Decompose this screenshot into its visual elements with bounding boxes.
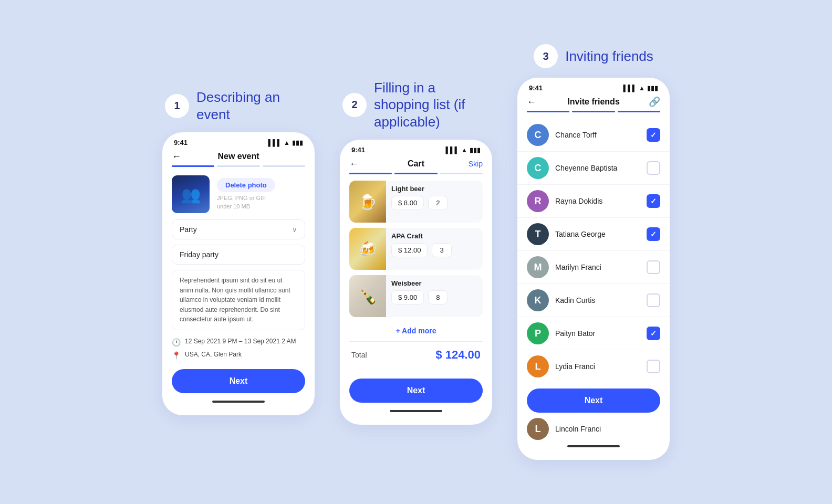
- cart-item-0: 🍺 Light beer $ 8.00 2: [349, 181, 483, 223]
- friend-name-3: Tatiana George: [555, 230, 640, 238]
- location-icon: 📍: [172, 351, 181, 360]
- event-name-field[interactable]: Friday party: [172, 245, 305, 265]
- progress-seg-1: [172, 165, 214, 167]
- back-button-2[interactable]: ←: [349, 159, 359, 170]
- friend-name-5: Kadin Curtis: [555, 296, 640, 304]
- friend-name-0: Chance Torff: [555, 131, 640, 139]
- cart-item-img-0: 🍺: [349, 181, 386, 223]
- next-button-1[interactable]: Next: [172, 369, 305, 393]
- friend-checkbox-2[interactable]: [647, 194, 660, 208]
- link-icon[interactable]: 🔗: [649, 96, 660, 108]
- add-more-button[interactable]: + Add more: [340, 322, 492, 339]
- cart-item-img-1: 🍻: [349, 228, 386, 270]
- step-2-title: Filling in a shopping list (if applicabl…: [374, 79, 490, 131]
- signal-icon: ▌▌▌: [268, 139, 282, 146]
- wifi-icon-3: ▲: [639, 85, 645, 92]
- cart-item-price-row-1: $ 12.00 3: [391, 243, 477, 257]
- date-value: 12 Sep 2021 9 PM – 13 Sep 2021 2 AM: [185, 338, 296, 345]
- nav-bar-3: ← Invite friends 🔗: [517, 95, 670, 111]
- step-2-header: 2 Filling in a shopping list (if applica…: [342, 79, 490, 131]
- chevron-down-icon: ∨: [292, 226, 297, 234]
- next-button-3[interactable]: Next: [527, 388, 660, 413]
- friend-row-5: K Kadin Curtis: [517, 284, 670, 317]
- back-button-3[interactable]: ←: [527, 97, 536, 108]
- friend-avatar-4: M: [527, 256, 549, 278]
- progress-seg-3: [263, 165, 305, 167]
- friend-row-0: C Chance Torff: [517, 119, 670, 152]
- home-indicator-3: [567, 445, 620, 447]
- friend-row-3: T Tatiana George: [517, 218, 670, 251]
- friend-name-7: Lydia Franci: [555, 362, 640, 371]
- delete-photo-button[interactable]: Delete photo: [217, 178, 275, 192]
- cart-item-qty-2[interactable]: 8: [428, 290, 448, 304]
- category-field[interactable]: Party ∨: [172, 219, 305, 239]
- friend-name-last: Lincoln Franci: [555, 425, 660, 433]
- nav-title-2: Cart: [408, 159, 424, 169]
- cart-item-price-row-0: $ 8.00 2: [391, 196, 477, 210]
- cart-item-2: 🍾 Weisbeer $ 9.00 8: [349, 275, 483, 317]
- friend-avatar-3: T: [527, 223, 549, 245]
- last-friend-row: L Lincoln Franci: [517, 415, 670, 440]
- cart-item-details-2: Weisbeer $ 9.00 8: [391, 275, 483, 317]
- photo-actions: Delete photo JPEG, PNG or GIF under 10 M…: [217, 178, 275, 211]
- cart-item-price-2[interactable]: $ 9.00: [391, 290, 424, 304]
- location-row: 📍 USA, CA, Glen Park: [162, 351, 315, 364]
- friend-checkbox-1[interactable]: [647, 161, 660, 175]
- description-field[interactable]: Reprehenderit ipsum sint do sit eu ut an…: [172, 270, 305, 330]
- step-3-container: 3 Inviting friends 9:41 ▌▌▌ ▲ ▮▮▮ ← Invi…: [517, 44, 670, 460]
- status-bar-1: 9:41 ▌▌▌ ▲ ▮▮▮: [162, 132, 315, 150]
- step-2-number: 2: [342, 93, 367, 117]
- cart-item-price-1[interactable]: $ 12.00: [391, 243, 428, 257]
- friend-checkbox-0[interactable]: [647, 128, 660, 142]
- progress-bar-3: [517, 111, 670, 119]
- cart-item-qty-0[interactable]: 2: [428, 196, 448, 210]
- silhouette-icon: 👥: [181, 185, 201, 204]
- cart-item-img-2: 🍾: [349, 275, 386, 317]
- friend-avatar-1: C: [527, 157, 549, 179]
- step-3-header: 3 Inviting friends: [534, 44, 653, 68]
- invite-progress-1: [527, 111, 569, 112]
- location-value: USA, CA, Glen Park: [185, 351, 242, 358]
- status-icons-3: ▌▌▌ ▲ ▮▮▮: [623, 85, 658, 92]
- signal-icon-2: ▌▌▌: [446, 146, 460, 154]
- status-bar-3: 9:41 ▌▌▌ ▲ ▮▮▮: [517, 78, 670, 95]
- next-button-2[interactable]: Next: [349, 379, 483, 403]
- step-1-container: 1 Describing an event 9:41 ▌▌▌ ▲ ▮▮▮ ← N…: [162, 89, 315, 415]
- friend-checkbox-6[interactable]: [647, 327, 660, 340]
- cart-item-price-0[interactable]: $ 8.00: [391, 196, 424, 210]
- nav-bar-1: ← New event: [162, 150, 315, 165]
- skip-button[interactable]: Skip: [469, 160, 483, 168]
- friend-name-2: Rayna Dokidis: [555, 197, 640, 205]
- cart-item-price-row-2: $ 9.00 8: [391, 290, 477, 304]
- battery-icon: ▮▮▮: [292, 139, 303, 146]
- signal-icon-3: ▌▌▌: [623, 85, 637, 92]
- friend-avatar-5: K: [527, 289, 549, 311]
- step-1-title: Describing an event: [196, 89, 312, 123]
- clock-icon: 🕐: [172, 338, 181, 346]
- friend-name-6: Paityn Bator: [555, 329, 640, 338]
- step-3-number: 3: [534, 44, 558, 68]
- phone-3: 9:41 ▌▌▌ ▲ ▮▮▮ ← Invite friends 🔗 C: [517, 78, 670, 460]
- progress-bar-1: [162, 165, 315, 173]
- friend-row-4: M Marilyn Franci: [517, 251, 670, 284]
- friend-name-1: Cheyenne Baptista: [555, 164, 640, 172]
- cart-progress-3: [440, 173, 483, 174]
- status-time-2: 9:41: [351, 146, 365, 154]
- photo-thumbnail: 👥: [172, 175, 210, 213]
- friend-checkbox-7[interactable]: [647, 360, 660, 373]
- category-value: Party: [180, 225, 197, 234]
- cart-item-details-0: Light beer $ 8.00 2: [391, 181, 483, 223]
- nav-title-3: Invite friends: [567, 97, 620, 107]
- step-3-title: Inviting friends: [565, 48, 653, 65]
- cart-item-qty-1[interactable]: 3: [432, 243, 451, 257]
- battery-icon-3: ▮▮▮: [647, 85, 658, 92]
- progress-seg-2: [217, 165, 259, 167]
- cart-progress-1: [349, 173, 392, 174]
- friend-checkbox-4[interactable]: [647, 260, 660, 274]
- friend-avatar-2: R: [527, 190, 549, 212]
- friend-avatar-0: C: [527, 124, 549, 146]
- cart-item-details-1: APA Craft $ 12.00 3: [391, 228, 483, 270]
- friend-checkbox-5[interactable]: [647, 293, 660, 307]
- back-button-1[interactable]: ←: [172, 151, 181, 162]
- friend-checkbox-3[interactable]: [647, 227, 660, 241]
